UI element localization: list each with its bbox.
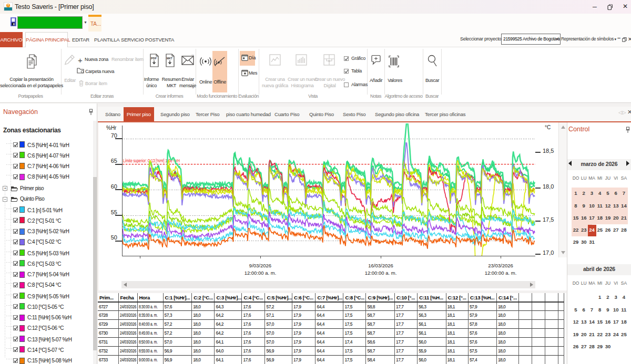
svg-text:°C: °C	[545, 124, 551, 130]
svg-text:65: 65	[111, 158, 117, 164]
svg-text:TS: TS	[191, 55, 194, 57]
svg-text:18,5: 18,5	[543, 148, 554, 154]
svg-text:70: 70	[111, 132, 117, 139]
svg-text:12:00:00 a. m.: 12:00:00 a. m.	[245, 270, 277, 276]
svg-text:16/03/2026: 16/03/2026	[368, 263, 393, 268]
svg-text:17,0: 17,0	[543, 249, 554, 256]
svg-text:23/03/2026: 23/03/2026	[488, 263, 513, 268]
svg-text:60: 60	[111, 183, 117, 190]
svg-text:12:00:00 a. m.: 12:00:00 a. m.	[365, 270, 397, 276]
svg-text:50: 50	[111, 234, 117, 241]
svg-text:17,5: 17,5	[543, 216, 554, 223]
svg-text:12:00:00 a. m.: 12:00:00 a. m.	[485, 270, 517, 276]
svg-text:MKT: MKT	[167, 57, 172, 60]
svg-text:18,0: 18,0	[543, 183, 554, 190]
svg-text:9/03/2026: 9/03/2026	[249, 263, 271, 268]
svg-text:PDF: PDF	[151, 57, 157, 60]
svg-text:%Hr: %Hr	[106, 125, 117, 131]
svg-text:55: 55	[111, 209, 117, 215]
